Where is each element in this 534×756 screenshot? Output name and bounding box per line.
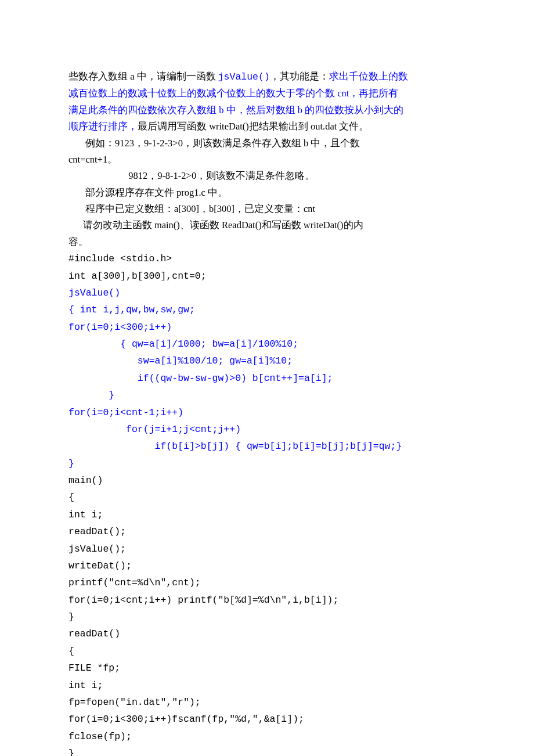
text-line: for(j=i+1;j<cnt;j++) <box>68 421 466 438</box>
text-line: 容。 <box>68 234 466 250</box>
text-line: 减百位数上的数减十位数上的数减个位数上的数大于零的个数 cnt，再把所有 <box>68 85 466 102</box>
text-segment: for(j=i+1;j<cnt;j++) <box>68 424 241 435</box>
text-line: { int i,j,qw,bw,sw,gw; <box>68 301 466 318</box>
text-line: cnt=cnt+1。 <box>68 152 466 168</box>
text-line: 顺序进行排序，最后调用写函数 writeDat()把结果输出到 out.dat … <box>68 118 466 135</box>
text-segment: 请勿改动主函数 main()、读函数 ReadDat()和写函数 writeDa… <box>68 219 363 231</box>
text-segment: ，其功能是： <box>270 71 329 82</box>
text-line: for(i=0;i<300;i++) <box>68 319 466 336</box>
text-segment: { int i,j,qw,bw,sw,gw; <box>68 304 195 315</box>
text-segment: int i; <box>68 509 103 520</box>
text-line: 部分源程序存在文件 prog1.c 中。 <box>68 185 466 201</box>
text-segment: readDat() <box>68 628 120 639</box>
text-line: 些数存入数组 a 中，请编制一函数 jsValue()，其功能是：求出千位数上的… <box>68 69 466 85</box>
text-line: fclose(fp); <box>68 728 466 745</box>
text-segment: jsValue() <box>218 71 270 82</box>
text-segment: if(b[i]>b[j]) { qw=b[i];b[i]=b[j];b[j]=q… <box>68 441 402 452</box>
text-line: printf("cnt=%d\n",cnt); <box>68 574 466 591</box>
text-line: int a[300],b[300],cnt=0; <box>68 268 466 285</box>
text-segment: fclose(fp); <box>68 731 132 742</box>
text-line: if(b[i]>b[j]) { qw=b[i];b[i]=b[j];b[j]=q… <box>68 438 466 455</box>
text-segment: main() <box>68 475 103 486</box>
text-line: fp=fopen("in.dat","r"); <box>68 694 466 711</box>
text-segment: 容。 <box>68 236 88 247</box>
text-line: for(i=0;i<cnt;i++) printf("b[%d]=%d\n",i… <box>68 592 466 609</box>
text-segment: } <box>68 458 74 469</box>
text-segment: 减百位数上的数减十位数上的数减个位数上的数大于零的个数 cnt，再把所有 <box>68 88 398 99</box>
text-segment: FILE *fp; <box>68 663 120 674</box>
text-line: for(i=0;i<cnt-1;i++) <box>68 404 466 421</box>
text-line: { <box>68 643 466 660</box>
text-segment: { qw=a[i]/1000; bw=a[i]/100%10; <box>68 339 298 350</box>
text-segment: 例如：9123，9-1-2-3>0，则该数满足条件存入数组 b 中，且个数 <box>68 138 360 149</box>
text-segment: for(i=0;i<300;i++) <box>68 322 172 333</box>
text-segment: int i; <box>68 680 103 691</box>
text-line: writeDat(); <box>68 557 466 574</box>
text-segment: } <box>68 611 74 622</box>
text-segment: 些数存入数组 a 中，请编制一函数 <box>68 71 218 82</box>
text-line: 请勿改动主函数 main()、读函数 ReadDat()和写函数 writeDa… <box>68 217 466 233</box>
text-line: if((qw-bw-sw-gw)>0) b[cnt++]=a[i]; <box>68 370 466 387</box>
document-page: 些数存入数组 a 中，请编制一函数 jsValue()，其功能是：求出千位数上的… <box>0 0 534 756</box>
text-line: readDat(); <box>68 523 466 540</box>
text-line: sw=a[i]%100/10; gw=a[i]%10; <box>68 352 466 369</box>
text-segment: jsValue() <box>68 287 120 298</box>
text-segment: #include <stdio.h> <box>68 253 172 264</box>
text-line: FILE *fp; <box>68 660 466 676</box>
text-segment: 顺序进行排序， <box>68 121 138 132</box>
text-segment: { <box>68 492 74 503</box>
text-line: 程序中已定义数组：a[300]，b[300]，已定义变量：cnt <box>68 201 466 217</box>
text-segment: int a[300],b[300],cnt=0; <box>68 271 207 282</box>
text-segment: for(i=0;i<300;i++)fscanf(fp,"%d,",&a[i])… <box>68 714 304 725</box>
text-segment: for(i=0;i<cnt;i++) printf("b[%d]=%d\n",i… <box>68 595 338 606</box>
text-segment: if((qw-bw-sw-gw)>0) b[cnt++]=a[i]; <box>68 373 333 384</box>
text-segment: } <box>68 748 74 756</box>
text-line: readDat() <box>68 625 466 642</box>
text-segment: sw=a[i]%100/10; gw=a[i]%10; <box>68 355 293 366</box>
text-segment: 满足此条件的四位数依次存入数组 b 中，然后对数组 b 的四位数按从小到大的 <box>68 105 403 116</box>
text-line: { <box>68 489 466 506</box>
text-segment: 程序中已定义数组：a[300]，b[300]，已定义变量：cnt <box>68 203 315 214</box>
text-line: } <box>68 745 466 756</box>
text-line: int i; <box>68 677 466 694</box>
text-line: #include <stdio.h> <box>68 250 466 267</box>
text-segment: { <box>68 646 74 657</box>
text-segment: for(i=0;i<cnt-1;i++) <box>68 407 183 418</box>
text-line: } <box>68 455 466 472</box>
text-line: 9812，9-8-1-2>0，则该数不满足条件忽略。 <box>68 168 466 184</box>
text-segment: 求出千位数上的数 <box>329 71 408 82</box>
text-segment: cnt=cnt+1。 <box>68 154 117 165</box>
text-segment: printf("cnt=%d\n",cnt); <box>68 577 201 588</box>
text-line: 例如：9123，9-1-2-3>0，则该数满足条件存入数组 b 中，且个数 <box>68 135 466 152</box>
text-line: } <box>68 609 466 625</box>
text-line: { qw=a[i]/1000; bw=a[i]/100%10; <box>68 336 466 352</box>
text-line: } <box>68 387 466 404</box>
text-segment: 9812，9-8-1-2>0，则该数不满足条件忽略。 <box>68 170 315 181</box>
text-line: for(i=0;i<300;i++)fscanf(fp,"%d,",&a[i])… <box>68 711 466 728</box>
text-segment: jsValue(); <box>68 543 126 555</box>
text-segment: writeDat(); <box>68 560 132 571</box>
text-segment: 部分源程序存在文件 prog1.c 中。 <box>68 187 228 198</box>
text-line: int i; <box>68 506 466 523</box>
text-segment: readDat(); <box>68 526 126 537</box>
text-line: jsValue(); <box>68 541 466 557</box>
text-segment: } <box>68 390 114 401</box>
text-line: 满足此条件的四位数依次存入数组 b 中，然后对数组 b 的四位数按从小到大的 <box>68 102 466 118</box>
text-line: jsValue() <box>68 285 466 301</box>
text-segment: 最后调用写函数 writeDat()把结果输出到 out.dat 文件。 <box>138 121 369 132</box>
text-line: main() <box>68 472 466 489</box>
text-segment: fp=fopen("in.dat","r"); <box>68 697 201 708</box>
